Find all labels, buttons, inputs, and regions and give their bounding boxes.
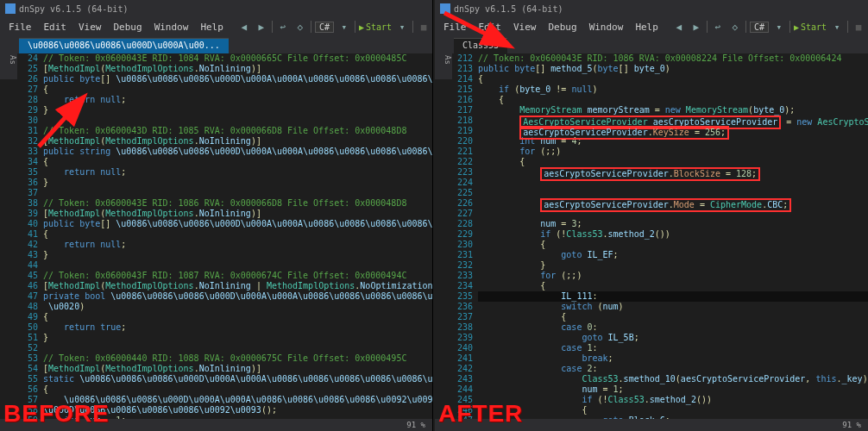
label-before: BEFORE	[3, 400, 110, 428]
nav-forward-icon[interactable]: ▶	[689, 20, 703, 34]
stop-icon: ■	[852, 20, 865, 34]
menu-view[interactable]: View	[73, 20, 107, 34]
menu-view[interactable]: View	[508, 20, 542, 34]
dropdown-icon[interactable]: ▾	[772, 20, 786, 34]
dropdown-icon[interactable]: ▾	[337, 20, 351, 34]
tabstrip: \u0086\u0086\u0086\u000D\u000A\u00...	[0, 36, 432, 53]
window-title: dnSpy v6.1.5 (64-bit)	[19, 4, 128, 14]
menu-window[interactable]: Window	[149, 20, 194, 34]
zoom-level: 91 %	[406, 421, 425, 429]
menu-edit[interactable]: Edit	[39, 20, 72, 34]
window-titlebar: dnSpy v6.1.5 (64-bit)	[435, 0, 868, 17]
menu-debug[interactable]: Debug	[544, 20, 582, 34]
nav-back-icon[interactable]: ◀	[237, 20, 251, 34]
tab-obfuscated[interactable]: \u0086\u0086\u0086\u000D\u000A\u00...	[19, 38, 229, 53]
zoom-level: 91 %	[842, 421, 861, 429]
wrap-icon[interactable]: ↩	[711, 20, 725, 34]
highlight-icon[interactable]: ◇	[293, 20, 307, 34]
menubar: File Edit View Debug Window Help ◀ ▶ ↩ ◇…	[0, 17, 432, 36]
language-select[interactable]: C#	[315, 22, 334, 33]
dropdown-icon[interactable]: ▾	[830, 20, 844, 34]
dropdown-icon[interactable]: ▾	[395, 20, 409, 34]
code-editor[interactable]: 2425262728293031323334353637383940414243…	[17, 53, 432, 419]
highlight-icon[interactable]: ◇	[728, 20, 742, 34]
menu-file[interactable]: File	[438, 20, 472, 34]
wrap-icon[interactable]: ↩	[276, 20, 290, 34]
tab-class53[interactable]: Class53	[454, 38, 507, 53]
line-gutter: 2425262728293031323334353637383940414243…	[17, 53, 43, 419]
start-button[interactable]: ▶ Start	[794, 22, 827, 32]
line-gutter: 2122132142152162172182192202212222232242…	[452, 53, 478, 419]
menu-edit[interactable]: Edit	[474, 20, 507, 34]
menu-debug[interactable]: Debug	[109, 20, 148, 34]
code-editor[interactable]: 2122132142152162172182192202212222232242…	[452, 53, 868, 419]
window-titlebar: dnSpy v6.1.5 (64-bit)	[0, 0, 432, 17]
app-icon	[440, 3, 450, 14]
stop-icon: ■	[417, 20, 431, 34]
window-title: dnSpy v6.1.5 (64-bit)	[454, 4, 563, 14]
svg-rect-0	[5, 3, 16, 14]
menu-window[interactable]: Window	[584, 20, 629, 34]
side-tab-assembly[interactable]: As	[435, 36, 452, 79]
app-icon	[5, 3, 16, 14]
menu-file[interactable]: File	[3, 20, 37, 34]
side-tab-assembly[interactable]: As	[0, 36, 17, 79]
menu-help[interactable]: Help	[195, 20, 229, 34]
menu-help[interactable]: Help	[630, 20, 664, 34]
start-button[interactable]: ▶ Start	[359, 22, 392, 32]
svg-rect-1	[440, 3, 450, 14]
tabstrip: Class53	[435, 36, 868, 53]
label-after: AFTER	[438, 400, 523, 428]
language-select[interactable]: C#	[750, 22, 769, 33]
nav-forward-icon[interactable]: ▶	[255, 20, 268, 34]
menubar: File Edit View Debug Window Help ◀ ▶ ↩ ◇…	[435, 17, 868, 36]
nav-back-icon[interactable]: ◀	[672, 20, 686, 34]
